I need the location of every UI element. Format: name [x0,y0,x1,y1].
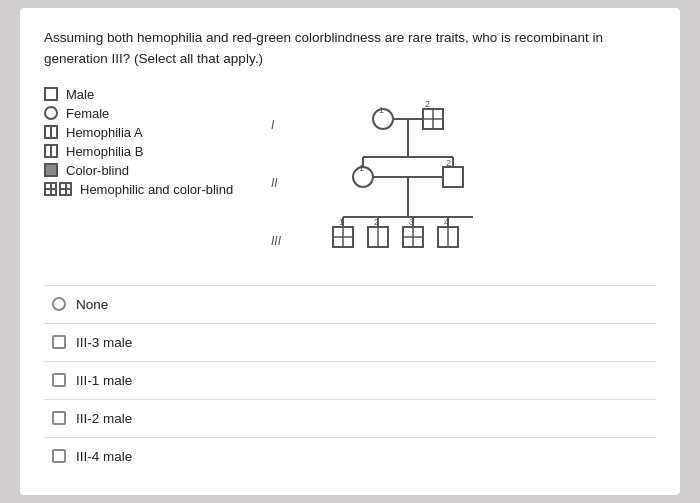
question-text: Assuming both hemophilia and red-green c… [44,28,656,69]
svg-text:1: 1 [339,217,344,227]
hemo-a-icon [44,125,58,139]
female-icon [44,106,58,120]
both-icon [44,182,72,196]
answer-iii3-label: III-3 male [76,335,132,350]
checkbox-iii3[interactable] [52,335,66,349]
svg-text:2: 2 [425,99,430,109]
answer-none-label: None [76,297,108,312]
legend-hemo-a: Hemophilia A [44,125,233,140]
svg-text:1: 1 [379,105,384,115]
answer-none[interactable]: None [44,286,656,324]
legend-female: Female [44,106,233,121]
answer-iii1-label: III-1 male [76,373,132,388]
svg-text:3: 3 [409,217,414,227]
answer-iii4[interactable]: III-4 male [44,438,656,475]
checkbox-iii4[interactable] [52,449,66,463]
colorblind-icon [44,163,58,177]
gen-II-label: II [271,176,278,190]
legend-male-label: Male [66,87,94,102]
legend-colorblind: Color-blind [44,163,233,178]
hemo-b-icon [44,144,58,158]
svg-rect-12 [443,167,463,187]
answer-iii3[interactable]: III-3 male [44,324,656,362]
answer-iii2-label: III-2 male [76,411,132,426]
legend: Male Female Hemophilia A Hemophilia B Co… [44,87,233,197]
radio-none[interactable] [52,297,66,311]
legend-colorblind-label: Color-blind [66,163,129,178]
main-card: Assuming both hemophilia and red-green c… [20,8,680,495]
legend-both: Hemophilic and color-blind [44,182,233,197]
pedigree-svg: I II III 1 2 [263,87,523,267]
answer-options: None III-3 male III-1 male III-2 male II… [44,285,656,475]
svg-text:4: 4 [444,217,449,227]
answer-iii2[interactable]: III-2 male [44,400,656,438]
pedigree-diagram: I II III 1 2 [263,87,656,267]
checkbox-iii1[interactable] [52,373,66,387]
answer-iii4-label: III-4 male [76,449,132,464]
gen-I-label: I [271,118,275,132]
male-icon [44,87,58,101]
legend-pedigree-row: Male Female Hemophilia A Hemophilia B Co… [44,87,656,267]
legend-female-label: Female [66,106,109,121]
answer-iii1[interactable]: III-1 male [44,362,656,400]
gen-III-label: III [271,234,282,248]
legend-hemo-a-label: Hemophilia A [66,125,143,140]
legend-both-label: Hemophilic and color-blind [80,182,233,197]
svg-text:2: 2 [374,217,379,227]
svg-text:2: 2 [446,158,451,168]
legend-hemo-b-label: Hemophilia B [66,144,143,159]
svg-text:1: 1 [359,163,364,173]
checkbox-iii2[interactable] [52,411,66,425]
legend-male: Male [44,87,233,102]
legend-hemo-b: Hemophilia B [44,144,233,159]
